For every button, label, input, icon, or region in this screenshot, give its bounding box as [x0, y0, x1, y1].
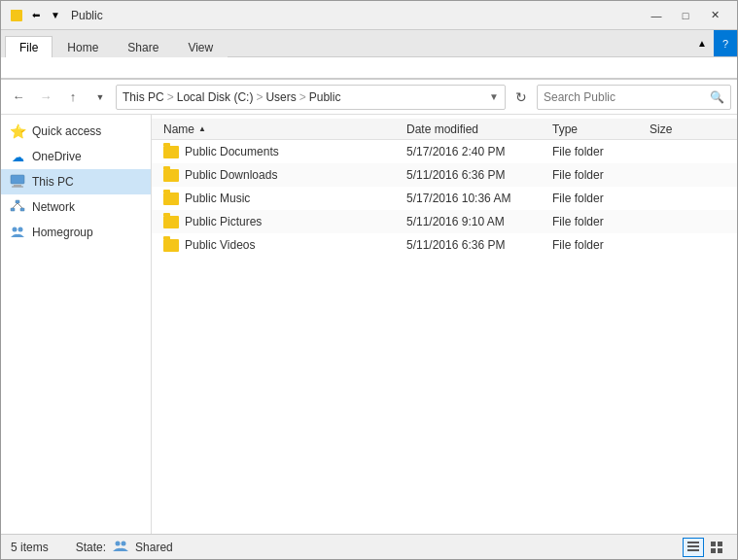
window-controls: — □ ✕ [642, 2, 729, 29]
file-type: File folder [552, 192, 650, 205]
sidebar-label-onedrive: OneDrive [32, 150, 82, 163]
search-icon[interactable]: 🔍 [710, 90, 724, 104]
search-input[interactable] [544, 90, 710, 104]
sidebar-label-this-pc: This PC [32, 175, 74, 189]
file-rows-container: Public Documents 5/17/2016 2:40 PM File … [152, 140, 737, 257]
ribbon-content-area [1, 57, 737, 79]
file-name-cell: Public Downloads [163, 168, 406, 182]
title-bar: ⬅ ▼ Public — □ ✕ [1, 1, 737, 30]
window-title: Public [71, 9, 642, 22]
back-arrow-icon[interactable]: ⬅ [28, 8, 44, 23]
column-header-type[interactable]: Type [552, 122, 650, 136]
file-date: 5/11/2016 9:10 AM [406, 215, 552, 228]
file-name-cell: Public Pictures [163, 215, 406, 228]
status-bar: 5 items State: Shared [1, 534, 737, 559]
help-button[interactable]: ? [714, 30, 737, 57]
file-date: 5/17/2016 2:40 PM [406, 145, 552, 158]
refresh-button[interactable]: ↻ [510, 86, 533, 109]
sidebar-item-network[interactable]: Network [1, 194, 151, 220]
file-date: 5/11/2016 6:36 PM [406, 168, 552, 182]
details-view-button[interactable] [683, 538, 704, 557]
ribbon-tab-bar: File Home Share View ▲ ? [1, 30, 737, 57]
file-name: Public Downloads [185, 168, 277, 182]
svg-rect-6 [11, 208, 15, 211]
file-type: File folder [552, 168, 650, 182]
file-list: Name ▲ Date modified Type Size Public Do… [152, 115, 737, 534]
sidebar-item-quick-access[interactable]: ⭐ Quick access [1, 119, 151, 144]
title-bar-app-icons: ⬅ ▼ [9, 8, 63, 23]
nav-bar: ← → ↑ ▼ This PC > Local Disk (C:) > User… [1, 80, 737, 115]
back-button[interactable]: ← [7, 86, 30, 109]
svg-rect-19 [711, 548, 716, 553]
svg-rect-20 [718, 548, 722, 553]
sidebar-item-homegroup[interactable]: Homegroup [1, 220, 151, 245]
up-button[interactable]: ↑ [61, 86, 85, 109]
tab-view[interactable]: View [173, 36, 228, 57]
address-bar[interactable]: This PC > Local Disk (C:) > Users > Publ… [116, 85, 506, 110]
table-row[interactable]: Public Downloads 5/11/2016 6:36 PM File … [152, 163, 737, 187]
item-count: 5 items [11, 541, 49, 554]
svg-line-8 [13, 203, 18, 208]
large-icons-view-button[interactable] [706, 538, 727, 557]
sidebar-label-network: Network [32, 200, 75, 214]
table-row[interactable]: Public Documents 5/17/2016 2:40 PM File … [152, 140, 737, 163]
tab-file[interactable]: File [5, 36, 53, 57]
svg-rect-4 [12, 186, 23, 187]
file-date: 5/11/2016 6:36 PM [406, 238, 552, 252]
table-row[interactable]: Public Pictures 5/11/2016 9:10 AM File f… [152, 210, 737, 233]
sidebar-label-quick-access: Quick access [32, 124, 101, 138]
tab-home[interactable]: Home [53, 36, 113, 57]
file-name-cell: Public Videos [163, 238, 406, 252]
file-list-header: Name ▲ Date modified Type Size [152, 119, 737, 140]
svg-point-10 [13, 227, 18, 231]
onedrive-icon: ☁ [9, 150, 26, 164]
ribbon: File Home Share View ▲ ? [1, 30, 737, 80]
breadcrumb-sep-2: > [256, 90, 263, 104]
breadcrumb-local-disk[interactable]: Local Disk (C:) [177, 90, 254, 104]
svg-point-11 [18, 227, 23, 231]
file-name-cell: Public Music [163, 192, 406, 205]
column-header-size[interactable]: Size [650, 122, 725, 136]
forward-button[interactable]: → [34, 86, 57, 109]
quick-access-icon: ⭐ [9, 123, 26, 139]
down-arrow-icon[interactable]: ▼ [48, 8, 63, 23]
breadcrumb-this-pc[interactable]: This PC [123, 90, 164, 104]
shared-label: Shared [135, 541, 173, 554]
table-row[interactable]: Public Music 5/17/2016 10:36 AM File fol… [152, 187, 737, 210]
tab-share[interactable]: Share [113, 36, 173, 57]
folder-icon [163, 216, 179, 228]
sort-arrow-name: ▲ [198, 124, 206, 133]
sidebar-item-onedrive[interactable]: ☁ OneDrive [1, 144, 151, 169]
svg-point-12 [116, 542, 121, 546]
sidebar-item-this-pc[interactable]: This PC [1, 169, 151, 194]
file-name: Public Videos [185, 238, 256, 252]
search-bar[interactable]: 🔍 [537, 85, 731, 110]
breadcrumb-users[interactable]: Users [265, 90, 296, 104]
column-header-name[interactable]: Name ▲ [163, 122, 406, 136]
maximize-button[interactable]: □ [671, 2, 700, 29]
folder-icon [163, 146, 179, 158]
recent-locations-button[interactable]: ▼ [88, 86, 112, 109]
sidebar-label-homegroup: Homegroup [32, 226, 93, 239]
quick-access-toolbar [9, 8, 24, 23]
svg-rect-17 [711, 542, 716, 546]
close-button[interactable]: ✕ [700, 2, 729, 29]
svg-line-9 [18, 203, 22, 208]
status-left: 5 items State: Shared [11, 539, 173, 555]
shared-icon [112, 539, 129, 555]
svg-rect-1 [11, 10, 16, 15]
breadcrumb-current: Public [309, 90, 341, 104]
svg-rect-3 [14, 185, 21, 187]
file-type: File folder [552, 145, 650, 158]
address-dropdown-icon[interactable]: ▼ [489, 91, 499, 102]
file-name: Public Documents [185, 145, 279, 158]
column-header-date[interactable]: Date modified [406, 122, 552, 136]
table-row[interactable]: Public Videos 5/11/2016 6:36 PM File fol… [152, 233, 737, 257]
svg-rect-2 [11, 175, 24, 184]
ribbon-expand-button[interactable]: ▲ [690, 30, 714, 57]
svg-point-13 [122, 542, 126, 546]
svg-rect-16 [687, 549, 699, 551]
minimize-button[interactable]: — [642, 2, 671, 29]
homegroup-icon [9, 225, 26, 241]
status-right [683, 538, 727, 557]
